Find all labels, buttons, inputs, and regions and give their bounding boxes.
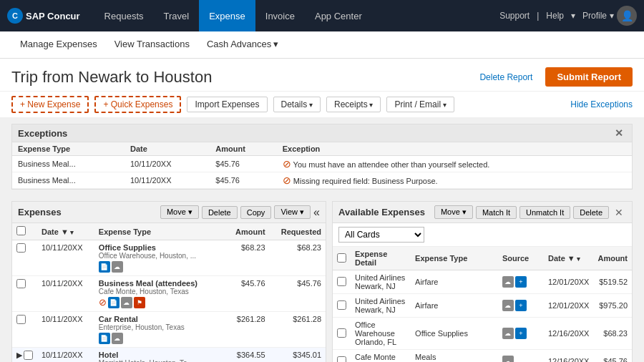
avail-checkbox-1[interactable] — [337, 300, 346, 310]
available-close-button[interactable]: ✕ — [612, 207, 626, 218]
expenses-panel-actions: Move Delete Copy View « — [160, 205, 320, 219]
exception-msg-2: ⊘ Missing required field: Business Purpo… — [277, 172, 632, 189]
exceptions-title: Exceptions — [18, 128, 67, 139]
exception-amount-2: $45.76 — [210, 172, 276, 189]
receipts-button[interactable]: Receipts — [326, 97, 381, 112]
nav-expense[interactable]: Expense — [199, 0, 255, 31]
table-row: 10/11/20XX Car Rental Enterprise, Housto… — [12, 312, 326, 348]
help-link[interactable]: Help — [546, 11, 564, 21]
nav-links: Requests Travel Expense Invoice App Cent… — [94, 0, 500, 31]
cash-advances-dropdown-icon: ▾ — [273, 39, 278, 49]
avail-row-source: ☁ — [498, 350, 544, 363]
select-all-checkbox[interactable] — [16, 226, 26, 235]
expenses-panel-title: Expenses — [18, 207, 62, 217]
delete-report-button[interactable]: Delete Report — [474, 69, 538, 85]
row-checkbox-1[interactable] — [16, 243, 26, 253]
cloud-icon[interactable]: ☁ — [502, 328, 514, 339]
cloud-icon[interactable]: ☁ — [502, 300, 514, 311]
collapse-icon[interactable]: « — [313, 206, 320, 219]
sub-nav-view-transactions[interactable]: View Transactions — [106, 31, 198, 59]
quick-expenses-button[interactable]: + Quick Expenses — [94, 96, 181, 113]
cloud-icon[interactable]: ☁ — [112, 333, 123, 344]
avail-row-type: Airfare — [411, 294, 498, 318]
nav-invoice[interactable]: Invoice — [255, 0, 305, 31]
nav-separator2: ▾ — [571, 11, 575, 21]
receipt-icon[interactable]: 📄 — [99, 261, 110, 273]
avail-row-checkbox — [333, 270, 351, 294]
profile-area[interactable]: Profile ▾ 👤 — [582, 6, 637, 26]
avail-checkbox-2[interactable] — [337, 328, 346, 338]
warning-icon-2: ⊘ — [283, 175, 291, 186]
nav-app-center[interactable]: App Center — [305, 0, 372, 31]
expenses-delete-button[interactable]: Delete — [202, 206, 238, 219]
col-exception: Exception — [277, 142, 632, 156]
available-delete-button[interactable]: Delete — [573, 206, 609, 219]
row-requested-1: $68.23 — [270, 240, 326, 276]
available-move-button[interactable]: Move — [434, 205, 473, 219]
avail-row-detail: United Airlines Newark, NJ — [351, 294, 411, 318]
exception-date-1: 10/11/20XX — [125, 156, 210, 172]
col-expense-type: Expense Type — [12, 142, 125, 156]
flag-icon[interactable]: ⚑ — [134, 297, 145, 308]
receipt-icon[interactable]: 📄 — [99, 333, 110, 344]
row-checkbox-3[interactable] — [16, 315, 26, 324]
new-expense-button[interactable]: + New Expense — [11, 96, 89, 113]
cloud-icon[interactable]: ☁ — [502, 276, 514, 288]
import-expenses-button[interactable]: Import Expenses — [187, 97, 267, 112]
print-email-button[interactable]: Print / Email — [386, 97, 454, 112]
receipt-icon[interactable]: 📄 — [108, 297, 119, 308]
cloud-icon[interactable]: ☁ — [121, 297, 132, 308]
brand: C SAP Concur — [7, 8, 80, 24]
avail-row-amount: $975.20 — [593, 294, 632, 318]
details-button[interactable]: Details — [273, 97, 321, 112]
hide-exceptions-link[interactable]: Hide Exceptions — [570, 99, 633, 109]
avail-col-date: Date ▼ — [544, 247, 594, 270]
exceptions-close-button[interactable]: ✕ — [612, 127, 626, 139]
cloud-icon[interactable]: ☁ — [112, 261, 123, 273]
row-amount-4: $364.55 — [220, 348, 270, 363]
row-checkbox-4[interactable] — [24, 351, 33, 360]
avail-col-checkbox — [333, 247, 351, 270]
sub-nav-manage-expenses[interactable]: Manage Expenses — [11, 31, 106, 59]
exception-row: Business Meal... 10/11/20XX $45.76 ⊘ Mis… — [12, 172, 632, 189]
available-panel-title: Available Expenses — [338, 207, 425, 217]
brand-name: SAP Concur — [26, 11, 80, 21]
row-amount-3: $261.28 — [220, 312, 270, 348]
avail-row-date: 12/01/20XX — [544, 270, 594, 294]
avail-row-checkbox — [333, 350, 351, 363]
avail-select-all[interactable] — [337, 253, 346, 263]
submit-report-button[interactable]: Submit Report — [545, 67, 633, 87]
expenses-view-button[interactable]: View — [274, 205, 311, 219]
warning-icon-1: ⊘ — [283, 158, 291, 170]
row-checkbox-2[interactable] — [16, 279, 26, 288]
avail-checkbox-0[interactable] — [337, 277, 346, 286]
plus-icon[interactable]: + — [515, 328, 527, 339]
cloud-icon[interactable]: ☁ — [502, 356, 514, 362]
avail-row-amount: $45.76 — [593, 350, 632, 363]
support-link[interactable]: Support — [499, 11, 530, 21]
cards-filter-select[interactable]: All Cards — [338, 227, 424, 243]
profile-dropdown-icon: ▾ — [610, 11, 614, 21]
plus-icon[interactable]: + — [515, 300, 527, 311]
expenses-copy-button[interactable]: Copy — [240, 206, 272, 219]
available-unmatch-button[interactable]: Unmatch It — [519, 206, 570, 219]
exception-msg-1: ⊘ You must have an attendee other than y… — [277, 156, 632, 172]
row-type-3: Car Rental Enterprise, Houston, Texas 📄 … — [94, 312, 220, 348]
available-table: Expense Detail Expense Type Source Date … — [333, 247, 632, 362]
expand-icon[interactable]: ▶ — [16, 351, 22, 360]
avail-row-amount: $519.52 — [593, 270, 632, 294]
row-requested-4: $345.01 — [270, 348, 326, 363]
exception-type-1: Business Meal... — [12, 156, 125, 172]
sub-nav-cash-advances[interactable]: Cash Advances ▾ — [198, 31, 287, 59]
nav-requests[interactable]: Requests — [94, 0, 154, 31]
expenses-move-button[interactable]: Move — [160, 205, 199, 219]
col-requested: Requested — [270, 223, 326, 240]
top-nav: C SAP Concur Requests Travel Expense Inv… — [0, 0, 644, 31]
col-checkbox — [12, 223, 37, 240]
available-match-button[interactable]: Match It — [476, 206, 517, 219]
exceptions-header: Exceptions ✕ — [12, 124, 632, 142]
plus-icon[interactable]: + — [515, 276, 527, 288]
col-expense-type: Expense Type — [94, 223, 220, 240]
nav-travel[interactable]: Travel — [154, 0, 200, 31]
avail-checkbox-3[interactable] — [337, 356, 346, 363]
